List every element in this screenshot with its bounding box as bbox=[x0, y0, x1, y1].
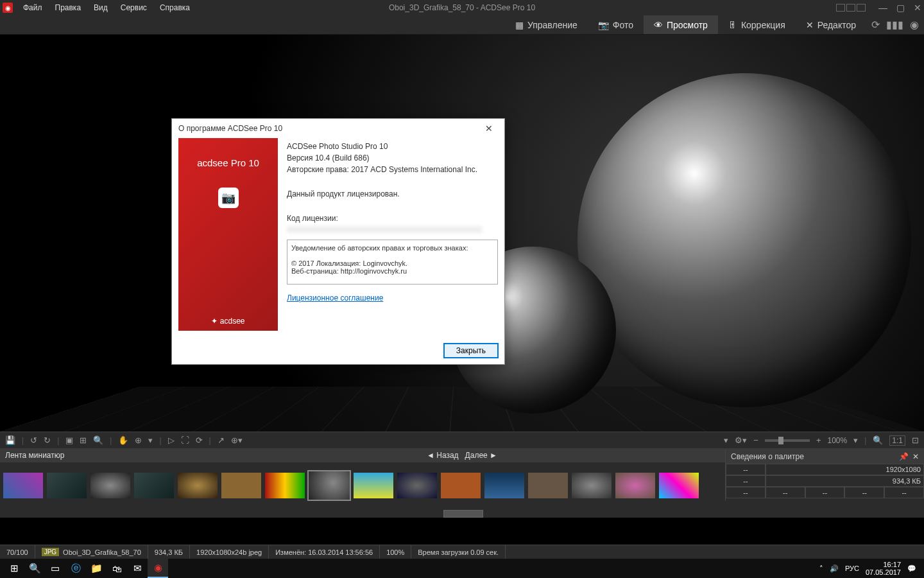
lang-indicator[interactable]: РУС bbox=[845, 565, 859, 572]
menu-tools[interactable]: Сервис bbox=[114, 3, 153, 12]
fit-icon[interactable]: 🔍 bbox=[873, 435, 883, 445]
zoom-slider[interactable] bbox=[765, 439, 810, 442]
dialog-title: О программе ACDSee Pro 10 bbox=[178, 124, 282, 133]
thumbnail[interactable] bbox=[354, 473, 393, 498]
menu-view[interactable]: Вид bbox=[87, 3, 114, 12]
notice-title: Уведомление об авторских правах и торгов… bbox=[291, 244, 493, 252]
dropdown-icon[interactable]: ▾ bbox=[724, 435, 728, 445]
close-button[interactable]: Закрыть bbox=[444, 344, 498, 358]
window-controls: — ▢ ✕ bbox=[878, 3, 921, 13]
palette-cell: -- bbox=[805, 487, 845, 498]
sync2-icon[interactable]: ⟳ bbox=[196, 435, 203, 445]
thumbnail[interactable] bbox=[265, 473, 305, 498]
thumbnail[interactable] bbox=[659, 473, 699, 498]
thumbnail[interactable] bbox=[615, 473, 655, 498]
menu-file[interactable]: Файл bbox=[17, 3, 49, 12]
camera-icon: 📷 bbox=[598, 20, 609, 30]
zoom-value: 100% bbox=[827, 436, 847, 445]
chart-icon[interactable]: ▮▮▮ bbox=[886, 19, 903, 31]
hand-icon[interactable]: ✋ bbox=[118, 435, 128, 445]
magnify-icon[interactable]: 🔍 bbox=[93, 435, 103, 445]
taskview-icon[interactable]: ▭ bbox=[45, 559, 65, 578]
inner-max-icon[interactable] bbox=[846, 4, 855, 12]
nav-back[interactable]: ◄ Назад bbox=[427, 451, 459, 460]
rotate-cw-icon[interactable]: ↻ bbox=[44, 435, 51, 445]
thumbnail[interactable] bbox=[178, 473, 218, 498]
window-title: Oboi_3D_Grafika_58_70 - ACDSee Pro 10 bbox=[389, 3, 535, 12]
notice-line: Веб-страница: http://loginvovchyk.ru bbox=[291, 267, 493, 275]
thumbnail[interactable] bbox=[528, 473, 568, 498]
start-button[interactable]: ⊞ bbox=[4, 559, 24, 578]
tab-photo[interactable]: 📷Фото bbox=[588, 15, 644, 34]
thumbnail[interactable] bbox=[441, 473, 481, 498]
thumbnail[interactable] bbox=[3, 473, 43, 498]
maximize-icon[interactable]: ▢ bbox=[896, 3, 905, 13]
brand-footer: ✦ acdsee bbox=[211, 317, 244, 326]
menu-help[interactable]: Справка bbox=[153, 3, 196, 12]
zoom-in-icon[interactable]: + bbox=[816, 435, 821, 445]
rotate-ccw-icon[interactable]: ↺ bbox=[30, 435, 37, 445]
brand-text: acdsee Pro 10 bbox=[197, 157, 259, 168]
thumbnail-selected[interactable] bbox=[309, 471, 350, 500]
zoom-dropdown-icon[interactable]: ▾ bbox=[853, 435, 858, 445]
nav-forward[interactable]: Далее ► bbox=[465, 451, 497, 460]
zoom-out-icon[interactable]: − bbox=[753, 435, 758, 445]
crop-icon[interactable]: ⊞ bbox=[80, 435, 87, 445]
status-format: JPGOboi_3D_Grafika_58_70 bbox=[35, 545, 148, 559]
copyright-notice-box[interactable]: Уведомление об авторских правах и торгов… bbox=[287, 240, 498, 285]
gear-icon[interactable]: ⚙▾ bbox=[735, 435, 747, 445]
drop-icon[interactable]: ⊕ bbox=[135, 435, 142, 445]
save-icon[interactable]: 💾 bbox=[5, 435, 15, 445]
thumbnail[interactable] bbox=[47, 473, 87, 498]
clock[interactable]: 16:17 07.05.2017 bbox=[866, 561, 901, 576]
thumbnail-scrollbar[interactable] bbox=[0, 509, 924, 518]
thumbnail[interactable] bbox=[221, 473, 261, 498]
thumbnail[interactable] bbox=[134, 473, 174, 498]
tab-correction[interactable]: 🎚Коррекция bbox=[718, 15, 796, 34]
palette-close-icon[interactable]: ✕ bbox=[912, 452, 919, 461]
minimize-icon[interactable]: — bbox=[878, 3, 887, 13]
tab-manage[interactable]: ▦Управление bbox=[505, 15, 588, 34]
palette-cell: -- bbox=[726, 487, 766, 498]
thumbnail[interactable] bbox=[572, 473, 612, 498]
palette-cell: -- bbox=[844, 487, 884, 498]
mode-extra-icons: ⟳ ▮▮▮ ◉ bbox=[866, 15, 924, 34]
dialog-close-icon[interactable]: ✕ bbox=[480, 123, 498, 134]
store-icon[interactable]: 🛍 bbox=[107, 559, 127, 578]
inner-restore-icon[interactable] bbox=[857, 4, 866, 12]
inner-min-icon[interactable] bbox=[836, 4, 845, 12]
tab-view[interactable]: 👁Просмотр bbox=[644, 15, 718, 34]
edge-icon[interactable]: ⓔ bbox=[65, 559, 86, 578]
eye2-icon[interactable]: ◉ bbox=[910, 19, 919, 31]
volume-icon[interactable]: 🔊 bbox=[830, 565, 839, 573]
license-agreement-link[interactable]: Лицензионное соглашение bbox=[287, 293, 383, 302]
thumbnail[interactable] bbox=[397, 473, 437, 498]
flag-icon[interactable]: ▾ bbox=[148, 435, 153, 445]
thumbnail[interactable] bbox=[90, 473, 130, 498]
select-icon[interactable]: ▣ bbox=[65, 435, 73, 445]
image-sphere-big bbox=[578, 73, 911, 407]
sync-icon[interactable]: ⟳ bbox=[871, 19, 880, 31]
grid-icon: ▦ bbox=[515, 20, 524, 30]
thumbnail[interactable] bbox=[484, 473, 524, 498]
expand-icon[interactable]: ⛶ bbox=[181, 435, 189, 445]
pin-icon[interactable]: 📌 bbox=[899, 452, 909, 461]
tray-up-icon[interactable]: ˄ bbox=[819, 565, 823, 573]
ratio-label[interactable]: 1:1 bbox=[889, 435, 905, 446]
notification-icon[interactable]: 💬 bbox=[907, 565, 916, 573]
mail-icon[interactable]: ✉ bbox=[127, 559, 148, 578]
mode-tabs: ▦Управление 📷Фото 👁Просмотр 🎚Коррекция ✕… bbox=[0, 15, 924, 35]
close-icon[interactable]: ✕ bbox=[914, 3, 921, 13]
actual-icon[interactable]: ⊡ bbox=[912, 435, 919, 445]
menu-edit[interactable]: Правка bbox=[49, 3, 88, 12]
acdsee-taskbar-icon[interactable]: ◉ bbox=[148, 559, 168, 578]
share-icon[interactable]: ↗ bbox=[218, 435, 225, 445]
search-icon[interactable]: 🔍 bbox=[24, 559, 45, 578]
tag-icon[interactable]: ⊕▾ bbox=[231, 435, 243, 445]
play-icon[interactable]: ▷ bbox=[168, 435, 175, 445]
tab-editor[interactable]: ✕Редактор bbox=[796, 15, 866, 34]
status-zoom: 100% bbox=[380, 545, 411, 559]
dialog-titlebar[interactable]: О программе ACDSee Pro 10 ✕ bbox=[172, 119, 504, 138]
explorer-icon[interactable]: 📁 bbox=[86, 559, 107, 578]
palette-cell: -- bbox=[726, 464, 766, 475]
